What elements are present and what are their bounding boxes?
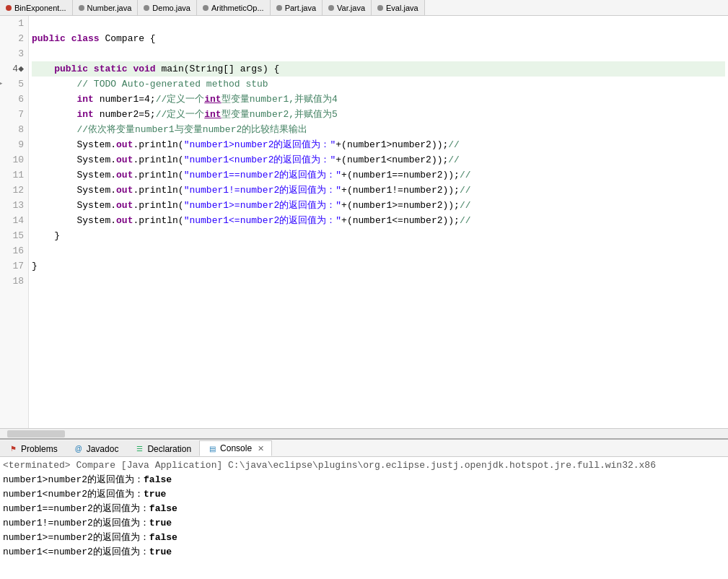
tab-label-arithmeticop: ArithmeticOp... xyxy=(211,4,264,12)
code-line-3 xyxy=(32,46,725,61)
line-num-10: 10 xyxy=(4,152,24,167)
tab-label-numberjava: Number.java xyxy=(87,4,132,12)
editor-hscrollbar[interactable] xyxy=(0,428,728,438)
tab-dot-numberjava xyxy=(79,5,84,11)
tab-binexponent[interactable]: BinExponent... xyxy=(0,0,73,16)
tab-label-console: Console xyxy=(220,443,252,453)
console-icon: ▤ xyxy=(207,443,217,453)
code-line-8: //依次将变量number1与变量number2的比较结果输出 xyxy=(32,122,725,137)
tab-arithmeticop[interactable]: ArithmeticOp... xyxy=(197,0,271,16)
code-line-12: System.out.println("number1!=number2的返回值… xyxy=(32,183,725,198)
tab-label-varjava: Var.java xyxy=(337,4,365,12)
bottom-tab-bar: ⚑ Problems @ Javadoc ☰ Declaration ▤ Con… xyxy=(0,440,728,457)
code-line-7: int number2=5;//定义一个int型变量number2,并赋值为5 xyxy=(32,107,725,122)
console-output-line-1: number1>number2的返回值为：false xyxy=(3,473,725,487)
console-output-line-2: number1<number2的返回值为：true xyxy=(3,487,725,502)
tab-varjava[interactable]: Var.java xyxy=(323,0,372,16)
line-num-4: 4◆ xyxy=(4,61,24,77)
line-num-6: 6 xyxy=(4,92,24,107)
line-num-12: 12 xyxy=(4,183,24,198)
code-line-1 xyxy=(32,16,725,31)
code-editor[interactable]: public class Compare { public static voi… xyxy=(29,16,728,428)
console-output-line-3: number1==number2的返回值为：false xyxy=(3,502,725,516)
tab-evaljava[interactable]: Eval.java xyxy=(372,0,425,16)
console-output: <terminated> Compare [Java Application] … xyxy=(0,457,728,579)
problems-icon: ⚑ xyxy=(8,444,18,454)
tab-dot-partjava xyxy=(276,5,282,11)
console-close-button[interactable]: ✕ xyxy=(258,444,264,453)
console-output-line-5: number1>=number2的返回值为：false xyxy=(3,531,725,545)
tab-javadoc[interactable]: @ Javadoc xyxy=(66,440,127,456)
tab-label-problems: Problems xyxy=(21,444,58,454)
tab-problems[interactable]: ⚑ Problems xyxy=(0,440,66,456)
tab-label-declaration: Declaration xyxy=(147,444,191,454)
code-line-18 xyxy=(32,274,725,289)
tab-label-demojava: Demo.java xyxy=(152,4,190,12)
line-num-14: 14 xyxy=(4,213,24,228)
tab-label-partjava: Part.java xyxy=(285,4,316,12)
declaration-icon: ☰ xyxy=(134,444,144,454)
code-line-11: System.out.println("number1==number2的返回值… xyxy=(32,167,725,183)
code-line-9: System.out.println("number1>number2的返回值为… xyxy=(32,137,725,152)
editor-tab-bar: BinExponent... Number.java Demo.java Ari… xyxy=(0,0,728,16)
tab-partjava[interactable]: Part.java xyxy=(271,0,323,16)
tab-dot-evaljava xyxy=(377,5,383,11)
tab-dot-varjava xyxy=(328,5,334,11)
line-num-15: 15 xyxy=(4,228,24,243)
line-num-9: 9 xyxy=(4,137,24,152)
code-line-13: System.out.println("number1>=number2的返回值… xyxy=(32,198,725,213)
tab-numberjava[interactable]: Number.java xyxy=(73,0,139,16)
line-num-8: 8 xyxy=(4,122,24,137)
console-terminated-line: <terminated> Compare [Java Application] … xyxy=(3,458,725,473)
tab-declaration[interactable]: ☰ Declaration xyxy=(126,440,199,456)
javadoc-icon: @ xyxy=(74,444,84,454)
line-num-16: 16 xyxy=(4,243,24,258)
tab-dot-binexponent xyxy=(6,5,12,11)
console-output-line-4: number1!=number2的返回值为：true xyxy=(3,516,725,531)
code-line-14: System.out.println("number1<=number2的返回值… xyxy=(32,213,725,228)
line-num-1: 1 xyxy=(4,16,24,31)
editor-area: 1 2 3 4◆ ▶5 6 7 8 9 10 11 12 13 14 15 16… xyxy=(0,16,728,428)
line-num-3: 3 xyxy=(4,46,24,61)
line-num-2: 2 xyxy=(4,31,24,46)
bottom-panel: ⚑ Problems @ Javadoc ☰ Declaration ▤ Con… xyxy=(0,438,728,579)
code-line-4: public static void main(String[] args) { xyxy=(32,61,725,77)
tab-demojava[interactable]: Demo.java xyxy=(138,0,197,16)
line-numbers: 1 2 3 4◆ ▶5 6 7 8 9 10 11 12 13 14 15 16… xyxy=(0,16,29,428)
code-line-17: } xyxy=(32,258,725,274)
tab-dot-demojava xyxy=(144,5,149,11)
line-num-11: 11 xyxy=(4,167,24,183)
code-line-2: public class Compare { xyxy=(32,31,725,46)
line-num-7: 7 xyxy=(4,107,24,122)
line-num-13: 13 xyxy=(4,198,24,213)
line-num-5: ▶5 xyxy=(4,77,24,92)
tab-label-binexponent: BinExponent... xyxy=(14,4,66,12)
tab-label-evaljava: Eval.java xyxy=(386,4,418,12)
hscrollbar-thumb[interactable] xyxy=(7,430,65,437)
code-line-6: int number1=4;//定义一个int型变量number1,并赋值为4 xyxy=(32,92,725,107)
console-output-line-6: number1<=number2的返回值为：true xyxy=(3,545,725,560)
tab-dot-arithmeticop xyxy=(203,5,209,11)
tab-console[interactable]: ▤ Console ✕ xyxy=(199,440,272,456)
code-line-10: System.out.println("number1<number2的返回值为… xyxy=(32,152,725,167)
code-line-16 xyxy=(32,243,725,258)
code-line-5: // TODO Auto-generated method stub xyxy=(32,77,725,92)
line-num-17: 17 xyxy=(4,258,24,274)
code-line-15: } xyxy=(32,228,725,243)
tab-label-javadoc: Javadoc xyxy=(87,444,119,454)
line-num-18: 18 xyxy=(4,274,24,289)
